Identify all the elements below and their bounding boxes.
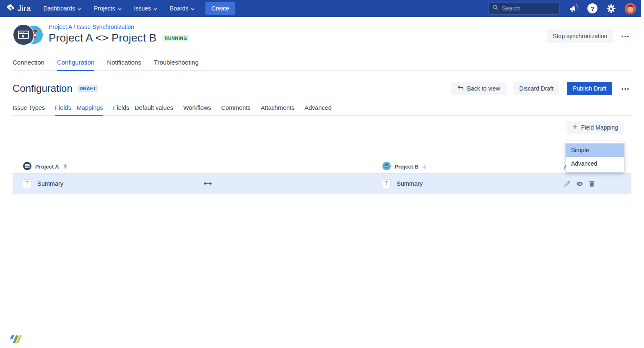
- column-header-project-b[interactable]: Project B: [382, 162, 564, 171]
- jira-logo[interactable]: Jira: [6, 3, 31, 14]
- add-field-mapping-button[interactable]: Field Mapping: [566, 121, 624, 134]
- configuration-more-options-icon[interactable]: •••: [620, 86, 631, 92]
- header-more-options-icon[interactable]: •••: [620, 33, 631, 39]
- field-a-label: Summary: [37, 180, 63, 187]
- chevron-down-icon: [153, 5, 157, 12]
- search-input[interactable]: [502, 5, 552, 12]
- dropdown-item-simple[interactable]: Simple: [566, 143, 624, 157]
- view-eye-icon[interactable]: [576, 180, 583, 187]
- global-search[interactable]: [488, 3, 560, 15]
- nav-right-cluster: ?: [488, 3, 636, 15]
- create-button[interactable]: Create: [205, 2, 235, 15]
- jira-brand-text: Jira: [18, 4, 31, 13]
- chevron-down-icon: [78, 5, 81, 12]
- draft-status-badge: DRAFT: [78, 85, 98, 92]
- stop-synchronization-button[interactable]: Stop synchronization: [547, 29, 613, 43]
- settings-gear-icon[interactable]: [606, 4, 616, 13]
- main-tabs: Connection Configuration Notifications T…: [13, 59, 631, 71]
- nav-item-dashboards[interactable]: Dashboards: [43, 5, 81, 12]
- help-icon[interactable]: ?: [587, 3, 597, 13]
- configuration-heading: Configuration: [13, 83, 73, 94]
- announcement-megaphone-icon[interactable]: [569, 3, 579, 13]
- sort-ascending-icon[interactable]: [64, 164, 67, 169]
- search-icon: [493, 5, 499, 12]
- tab-notifications[interactable]: Notifications: [107, 59, 141, 71]
- subtab-fields-mappings[interactable]: Fields - Mappings: [55, 104, 103, 116]
- subtab-advanced[interactable]: Advanced: [304, 104, 332, 116]
- sync-header: Project A / Issue Synchronization Projec…: [13, 23, 631, 45]
- field-mapping-row[interactable]: T Summary T Summary: [13, 174, 631, 194]
- nav-item-issues[interactable]: Issues: [134, 5, 157, 12]
- chevron-down-icon: [191, 5, 195, 12]
- sync-projects-avatar: [13, 23, 45, 45]
- subtab-comments[interactable]: Comments: [221, 104, 251, 116]
- top-navigation-bar: Jira Dashboards Projects Issues Boards C…: [0, 0, 641, 17]
- mapping-table-header: Project A Project B Action: [13, 160, 631, 174]
- subtab-workflows[interactable]: Workflows: [183, 104, 211, 116]
- plus-icon: [572, 124, 578, 131]
- breadcrumb[interactable]: Project A / Issue Synchronization: [49, 23, 189, 30]
- discard-draft-button[interactable]: Discard Draft: [514, 82, 560, 95]
- nav-item-boards[interactable]: Boards: [170, 5, 195, 12]
- edit-pencil-icon[interactable]: [564, 180, 571, 187]
- field-b-label: Summary: [397, 180, 423, 187]
- page-title: Project A <> Project B: [49, 31, 156, 44]
- mapped-field-project-a: T Summary: [13, 180, 203, 188]
- project-a-avatar: [13, 24, 34, 47]
- back-arrow-icon: [457, 85, 464, 92]
- dropdown-item-advanced[interactable]: Advanced: [566, 157, 624, 170]
- nav-item-projects[interactable]: Projects: [94, 5, 122, 12]
- getint-logo[interactable]: [10, 335, 21, 344]
- sort-icon[interactable]: [423, 164, 426, 169]
- chevron-down-icon: [118, 5, 122, 12]
- user-avatar[interactable]: [625, 3, 636, 14]
- delete-trash-icon[interactable]: [589, 180, 595, 187]
- jira-logo-icon: [6, 3, 15, 14]
- tab-connection[interactable]: Connection: [13, 59, 44, 71]
- subtab-fields-default-values[interactable]: Fields - Default values: [113, 104, 173, 116]
- subtab-issue-types[interactable]: Issue Types: [13, 104, 45, 116]
- mapped-field-project-b: T Summary: [382, 180, 564, 188]
- project-a-icon: [23, 162, 31, 171]
- subtab-attachments[interactable]: Attachments: [261, 104, 295, 116]
- project-b-icon: [382, 162, 391, 171]
- mapping-direction-cell: [203, 180, 382, 187]
- row-actions: [564, 180, 631, 187]
- configuration-subtabs: Issue Types Fields - Mappings Fields - D…: [13, 104, 631, 116]
- publish-draft-button[interactable]: Publish Draft: [567, 82, 612, 95]
- nav-menu: Dashboards Projects Issues Boards: [43, 5, 195, 12]
- field-mapping-type-dropdown: Simple Advanced: [566, 141, 624, 172]
- text-field-icon: T: [23, 180, 31, 188]
- running-status-badge: RUNNING: [162, 35, 189, 42]
- back-to-view-button[interactable]: Back to view: [451, 82, 506, 95]
- tab-configuration[interactable]: Configuration: [57, 59, 94, 71]
- bidirectional-arrow-icon: [203, 180, 213, 187]
- field-mappings-section: Field Mapping Simple Advanced Proj: [13, 121, 631, 194]
- tab-troubleshooting[interactable]: Troubleshooting: [154, 59, 199, 71]
- configuration-header: Configuration DRAFT Back to view Discard…: [13, 82, 631, 95]
- text-field-icon: T: [382, 180, 390, 188]
- column-header-project-a[interactable]: Project A: [13, 162, 203, 171]
